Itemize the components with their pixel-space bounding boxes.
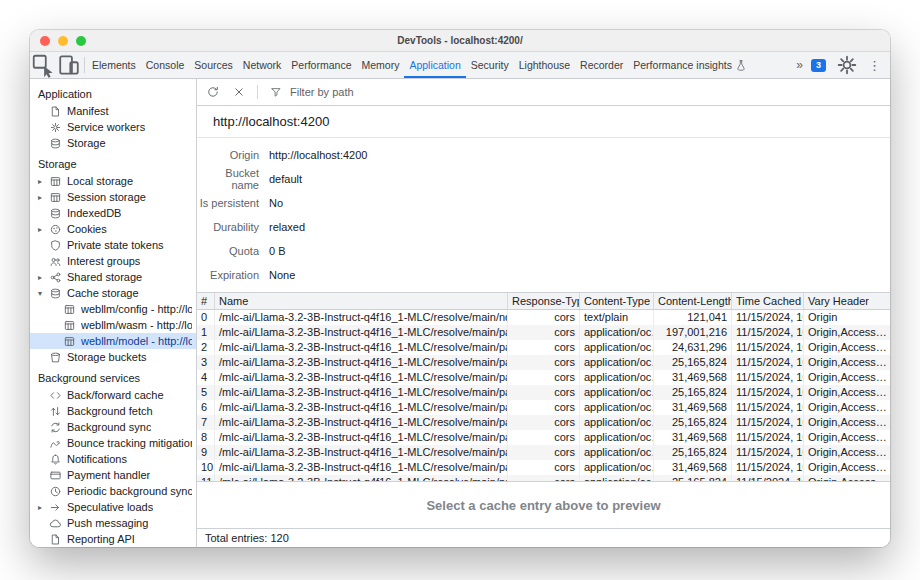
meta-label: Origin	[197, 149, 259, 161]
inspect-icon[interactable]	[30, 52, 56, 78]
sidebar-item-session-storage[interactable]: ▸Session storage	[30, 189, 196, 205]
sidebar-item-storage-buckets[interactable]: Storage buckets	[30, 349, 196, 365]
tab-memory[interactable]: Memory	[356, 52, 404, 78]
sidebar-item-payment-handler[interactable]: Payment handler	[30, 467, 196, 483]
sidebar-item-service-workers[interactable]: Service workers	[30, 119, 196, 135]
sidebar-item-background-sync[interactable]: Background sync	[30, 419, 196, 435]
sidebar-item-interest-groups[interactable]: Interest groups	[30, 253, 196, 269]
more-tabs-icon[interactable]: »	[796, 58, 803, 72]
tab-label: Performance insights	[633, 59, 732, 71]
refresh-icon[interactable]	[201, 80, 225, 104]
table-cell: cors	[508, 310, 580, 325]
sidebar-item-webllm-wasm-http-loca[interactable]: webllm/wasm - http://loca…	[30, 317, 196, 333]
column-header-name[interactable]: Name	[215, 293, 508, 309]
table-row[interactable]: 6/mlc-ai/Llama-3.2-3B-Instruct-q4f16_1-M…	[197, 400, 890, 415]
chevron-right-icon[interactable]: ▸	[38, 225, 49, 234]
sidebar-item-back-forward-cache[interactable]: Back/forward cache	[30, 387, 196, 403]
table-row[interactable]: 7/mlc-ai/Llama-3.2-3B-Instruct-q4f16_1-M…	[197, 415, 890, 430]
table-row[interactable]: 0/mlc-ai/Llama-3.2-3B-Instruct-q4f16_1-M…	[197, 310, 890, 325]
device-toolbar-icon[interactable]	[56, 52, 82, 78]
table-row[interactable]: 10/mlc-ai/Llama-3.2-3B-Instruct-q4f16_1-…	[197, 460, 890, 475]
column-header-time-cached[interactable]: Time Cached	[732, 293, 804, 309]
table-row[interactable]: 1/mlc-ai/Llama-3.2-3B-Instruct-q4f16_1-M…	[197, 325, 890, 340]
sidebar-item-cache-storage[interactable]: ▾Cache storage	[30, 285, 196, 301]
tab-recorder[interactable]: Recorder	[575, 52, 628, 78]
meta-row-origin: Originhttp://localhost:4200	[197, 143, 890, 167]
tab-performance[interactable]: Performance	[286, 52, 356, 78]
sidebar-item-notifications[interactable]: Notifications	[30, 451, 196, 467]
sidebar-item-background-fetch[interactable]: Background fetch	[30, 403, 196, 419]
sidebar-item-reporting-api[interactable]: Reporting API	[30, 531, 196, 547]
settings-gear-icon[interactable]	[834, 52, 860, 78]
traffic-lights	[30, 36, 86, 46]
sidebar-item-label: webllm/wasm - http://loca…	[81, 319, 192, 331]
column-header-index[interactable]: #	[197, 293, 215, 309]
sidebar-item-webllm-model-http-loc[interactable]: webllm/model - http://loc…	[30, 333, 196, 349]
more-options-icon[interactable]: ⋮	[868, 58, 881, 73]
sidebar-item-local-storage[interactable]: ▸Local storage	[30, 173, 196, 189]
tab-sources[interactable]: Sources	[189, 52, 238, 78]
tab-elements[interactable]: Elements	[87, 52, 141, 78]
chevron-right-icon[interactable]: ▸	[38, 193, 49, 202]
sidebar-item-private-state-tokens[interactable]: Private state tokens	[30, 237, 196, 253]
tab-performance-insights[interactable]: Performance insights	[628, 52, 752, 78]
sidebar-item-manifest[interactable]: Manifest	[30, 103, 196, 119]
payment-icon	[49, 469, 62, 482]
table-cell: Origin,Access…	[804, 460, 890, 475]
table-cell: 11/15/2024, 10…	[732, 430, 804, 445]
sidebar-item-label: Background fetch	[67, 405, 153, 417]
minimize-window-button[interactable]	[58, 36, 68, 46]
sidebar-item-label: Shared storage	[67, 271, 142, 283]
column-header-response-type[interactable]: Response-Type	[508, 293, 580, 309]
sidebar-item-cookies[interactable]: ▸Cookies	[30, 221, 196, 237]
table-cell: 121,041	[654, 310, 732, 325]
table-icon	[49, 175, 62, 188]
table-row[interactable]: 3/mlc-ai/Llama-3.2-3B-Instruct-q4f16_1-M…	[197, 355, 890, 370]
issues-count-badge[interactable]: 3	[811, 59, 826, 72]
table-cell: Origin,Access…	[804, 340, 890, 355]
table-row[interactable]: 9/mlc-ai/Llama-3.2-3B-Instruct-q4f16_1-M…	[197, 445, 890, 460]
table-row[interactable]: 5/mlc-ai/Llama-3.2-3B-Instruct-q4f16_1-M…	[197, 385, 890, 400]
sidebar-item-label: Back/forward cache	[67, 389, 164, 401]
column-header-content-length[interactable]: Content-Length	[654, 293, 732, 309]
filter-icon[interactable]	[264, 80, 288, 104]
tab-console[interactable]: Console	[141, 52, 190, 78]
sidebar-item-indexeddb[interactable]: IndexedDB	[30, 205, 196, 221]
sidebar-item-label: Push messaging	[67, 517, 148, 529]
table-row[interactable]: 8/mlc-ai/Llama-3.2-3B-Instruct-q4f16_1-M…	[197, 430, 890, 445]
tab-label: Security	[471, 59, 509, 71]
chevron-right-icon[interactable]: ▸	[38, 273, 49, 282]
sidebar-item-shared-storage[interactable]: ▸Shared storage	[30, 269, 196, 285]
filter-by-path-input[interactable]	[290, 86, 430, 98]
chevron-right-icon[interactable]: ▸	[38, 503, 49, 512]
sidebar-section-application: Application	[30, 81, 196, 103]
sidebar-item-bounce-tracking-mitigations[interactable]: Bounce tracking mitigations	[30, 435, 196, 451]
column-header-content-type[interactable]: Content-Type	[580, 293, 654, 309]
chevron-right-icon[interactable]: ▸	[38, 177, 49, 186]
table-cell: cors	[508, 385, 580, 400]
zoom-window-button[interactable]	[76, 36, 86, 46]
sidebar-item-storage[interactable]: Storage	[30, 135, 196, 151]
sidebar-item-push-messaging[interactable]: Push messaging	[30, 515, 196, 531]
close-window-button[interactable]	[40, 36, 50, 46]
background-sync-icon	[49, 421, 62, 434]
tab-security[interactable]: Security	[466, 52, 514, 78]
table-cell: application/oc…	[580, 370, 654, 385]
bucket-icon	[49, 351, 62, 364]
tab-network[interactable]: Network	[238, 52, 287, 78]
tab-application[interactable]: Application	[404, 52, 465, 78]
table-cell: Origin,Access…	[804, 430, 890, 445]
meta-label: Durability	[197, 221, 259, 233]
table-cell: /mlc-ai/Llama-3.2-3B-Instruct-q4f16_1-ML…	[215, 370, 508, 385]
sidebar-item-speculative-loads[interactable]: ▸Speculative loads	[30, 499, 196, 515]
table-row[interactable]: 4/mlc-ai/Llama-3.2-3B-Instruct-q4f16_1-M…	[197, 370, 890, 385]
cache-meta: Originhttp://localhost:4200Bucket namede…	[197, 138, 890, 292]
chevron-down-icon[interactable]: ▾	[38, 289, 49, 298]
sidebar-item-webllm-config-http-loc[interactable]: webllm/config - http://loc…	[30, 301, 196, 317]
table-cell: 25,165,824	[654, 355, 732, 370]
tab-lighthouse[interactable]: Lighthouse	[514, 52, 575, 78]
sidebar-item-periodic-background-sync[interactable]: Periodic background sync	[30, 483, 196, 499]
table-row[interactable]: 2/mlc-ai/Llama-3.2-3B-Instruct-q4f16_1-M…	[197, 340, 890, 355]
column-header-vary-header[interactable]: Vary Header	[804, 293, 890, 309]
delete-icon[interactable]	[227, 80, 251, 104]
